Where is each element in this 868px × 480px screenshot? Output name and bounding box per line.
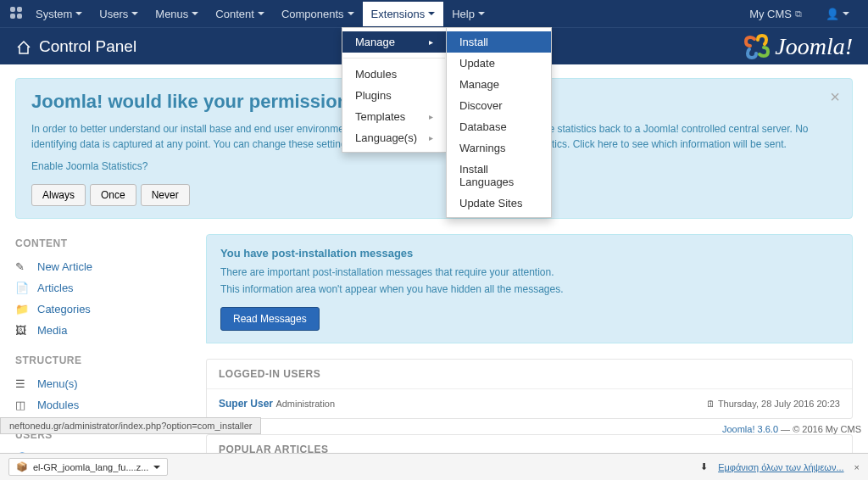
- svg-rect-2: [10, 14, 15, 19]
- post-install-text2: This information area won't appear when …: [220, 283, 838, 295]
- submenu-item-database[interactable]: Database: [447, 116, 551, 137]
- user-group: Administration: [275, 399, 335, 409]
- extensions-dropdown: Manage▸ Modules Plugins Templates▸ Langu…: [342, 27, 447, 153]
- file-icon: 📄: [15, 282, 29, 294]
- submenu-item-warnings[interactable]: Warnings: [447, 137, 551, 159]
- show-all-downloads-link[interactable]: Εμφάνιση όλων των λήψεων...: [718, 462, 843, 472]
- panel-heading-logged-in: LOGGED-IN USERS: [207, 360, 852, 389]
- enable-stats-link[interactable]: Enable Joomla Statistics?: [31, 160, 837, 172]
- user-link[interactable]: Super User: [219, 398, 273, 410]
- once-button[interactable]: Once: [90, 184, 136, 206]
- read-messages-button[interactable]: Read Messages: [220, 307, 320, 331]
- site-link[interactable]: My CMS ⧉: [741, 2, 810, 26]
- download-arrow-icon: ⬇: [700, 461, 708, 472]
- menu-menus[interactable]: Menus: [147, 2, 207, 26]
- always-button[interactable]: Always: [31, 184, 86, 206]
- dropdown-item-languages[interactable]: Language(s)▸: [342, 127, 446, 148]
- sidebar-item-media[interactable]: 🖼Media: [15, 320, 189, 341]
- joomla-icon: [10, 7, 22, 21]
- footer-status: Joomla! 3.6.0 — © 2016 My CMS: [722, 424, 861, 434]
- chevron-down-icon: [153, 466, 160, 469]
- chevron-right-icon: ▸: [429, 133, 433, 142]
- submenu-item-discover[interactable]: Discover: [447, 95, 551, 116]
- sidebar-item-categories[interactable]: 📁Categories: [15, 299, 189, 320]
- external-link-icon: ⧉: [795, 8, 802, 20]
- sidebar-heading-content: CONTENT: [15, 237, 189, 249]
- status-url: neftonedu.gr/administrator/index.php?opt…: [0, 417, 261, 434]
- folder-icon: 📁: [15, 303, 29, 315]
- menu-components[interactable]: Components: [273, 2, 363, 26]
- post-install-title: You have post-installation messages: [220, 247, 838, 260]
- post-install-box: You have post-installation messages Ther…: [206, 234, 853, 343]
- sidebar-item-modules[interactable]: ◫Modules: [15, 394, 189, 416]
- image-icon: 🖼: [15, 324, 29, 337]
- calendar-icon: 🗓: [706, 399, 715, 409]
- pencil-icon: ✎: [15, 260, 29, 273]
- close-icon[interactable]: ×: [830, 87, 840, 107]
- sidebar-item-menus[interactable]: ☰Menu(s): [15, 373, 189, 394]
- never-button[interactable]: Never: [141, 184, 190, 206]
- brand-text: Joomla!: [775, 33, 853, 60]
- chevron-right-icon: ▸: [429, 37, 433, 47]
- page-title: Control Panel: [39, 37, 136, 56]
- submenu-item-update[interactable]: Update: [447, 53, 551, 74]
- joomla-logo-mark: [744, 34, 770, 59]
- archive-icon: 📦: [16, 461, 28, 472]
- top-menu-bar: System Users Menus Content Components Ex…: [0, 0, 868, 27]
- menu-help[interactable]: Help: [443, 2, 493, 26]
- submenu-item-install-languages[interactable]: Install Languages: [447, 159, 551, 193]
- manage-submenu: Install Update Manage Discover Database …: [446, 27, 552, 218]
- list-icon: ☰: [15, 377, 29, 390]
- user-menu[interactable]: 👤: [817, 2, 858, 26]
- sidebar: CONTENT ✎New Article 📄Articles 📁Categori…: [15, 234, 189, 480]
- home-icon: [15, 39, 31, 54]
- submenu-item-update-sites[interactable]: Update Sites: [447, 193, 551, 214]
- joomla-logo[interactable]: Joomla!: [744, 33, 853, 60]
- browser-download-bar: 📦 el-GR_joomla_lang_fu....z... ⬇ Εμφάνισ…: [0, 453, 868, 480]
- menu-extensions[interactable]: Extensions: [363, 2, 444, 26]
- chevron-right-icon: ▸: [429, 112, 433, 121]
- submenu-item-install[interactable]: Install: [447, 31, 551, 53]
- cube-icon: ◫: [15, 399, 29, 411]
- menu-content[interactable]: Content: [207, 2, 273, 26]
- svg-rect-3: [17, 14, 22, 19]
- dropdown-item-plugins[interactable]: Plugins: [342, 85, 446, 106]
- svg-rect-0: [10, 7, 15, 12]
- svg-rect-1: [17, 7, 22, 12]
- dropdown-item-templates[interactable]: Templates▸: [342, 106, 446, 127]
- version-link[interactable]: Joomla! 3.6.0: [722, 424, 778, 434]
- login-date: Thursday, 28 July 2016 20:23: [718, 399, 840, 409]
- submenu-item-manage[interactable]: Manage: [447, 74, 551, 95]
- user-icon: 👤: [826, 8, 839, 20]
- dropdown-item-manage[interactable]: Manage▸: [342, 31, 446, 53]
- menu-system[interactable]: System: [27, 2, 91, 26]
- close-icon[interactable]: ×: [854, 462, 860, 472]
- logged-in-users-panel: LOGGED-IN USERS Super User Administratio…: [206, 359, 853, 419]
- sidebar-item-new-article[interactable]: ✎New Article: [15, 256, 189, 277]
- sidebar-item-articles[interactable]: 📄Articles: [15, 277, 189, 299]
- download-item[interactable]: 📦 el-GR_joomla_lang_fu....z...: [8, 458, 168, 476]
- sidebar-heading-structure: STRUCTURE: [15, 354, 189, 366]
- menu-users[interactable]: Users: [91, 2, 147, 26]
- dropdown-item-modules[interactable]: Modules: [342, 64, 446, 85]
- post-install-text1: There are important post-installation me…: [220, 266, 838, 278]
